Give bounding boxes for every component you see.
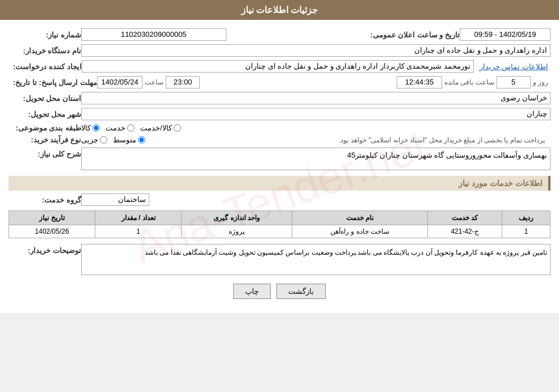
creator-value: نورمحمد شیرمحمدی کاربرداز اداره راهداری … [82,60,474,73]
remaining-label: ساعت باقی مانده [444,78,494,86]
service-group-label: گروه خدمت: [13,196,81,204]
buyer-org-value: اداره راهداری و حمل و نقل جاده ای چناران [81,44,550,57]
category-option-both[interactable]: کالا/خدمت [140,124,181,132]
back-button[interactable]: بازگشت [276,284,326,299]
services-section-title: اطلاعات خدمات مورد نیاز [9,176,550,191]
col-header-code: کد خدمت [428,211,502,225]
deadline-days: 5 [497,76,531,88]
province-label: استان محل تحویل: [13,94,81,103]
need-number-value: 1102030209000005 [81,28,226,41]
category-option-goods[interactable]: کالا [81,124,100,132]
remaining-time: 12:44:35 [397,76,442,88]
city-value: چناران [81,108,550,120]
category-label: طبقه بندی موضوعی: [13,124,81,132]
category-radio-group: کالا خدمت کالا/خدمت [81,124,181,132]
process-radio-group: جزیی متوسط [81,136,145,144]
col-header-row: ردیف [502,211,550,225]
buyer-notes-value: تامین قیر پروژه به عهده کارفرما وتحویل آ… [81,244,550,275]
creator-contact-link[interactable]: اطلاعات تماس خریدار [480,62,548,71]
province-value: خراسان رضوی [81,92,550,104]
buyer-notes-label: توضیحات خریدار: [13,246,81,255]
col-header-qty: تعداد / مقدار [95,211,182,225]
process-label: نوع فرآیند خرید: [13,136,81,144]
page-header: جزئیات اطلاعات نیاز [0,0,559,20]
col-header-name: نام خدمت [292,211,428,225]
deadline-time: 23:00 [166,76,200,88]
deadline-days-label: روز و [533,78,548,86]
need-number-label: شماره نیاز: [13,31,81,39]
process-option-medium[interactable]: متوسط [113,136,145,144]
process-option-small[interactable]: جزیی [81,136,107,144]
service-group-value: ساختمان [81,193,149,206]
print-button[interactable]: چاپ [233,284,271,299]
creator-label: ایجاد کننده درخواست: [13,62,82,71]
announce-date-value: 1402/05/19 - 09:59 [460,28,550,41]
buyer-org-label: نام دستگاه خریدار: [13,47,81,55]
services-table: ردیف کد خدمت نام خدمت واحد اندازه گیری ت… [9,210,550,238]
category-option-service[interactable]: خدمت [106,124,135,132]
need-description-value: بهسازی وآسفالت محوروروستایی گاه شهرستان … [81,147,550,170]
deadline-date: 1402/05/24 [97,76,142,88]
deadline-label: مهلت ارسال پاسخ: تا تاریخ: [13,78,97,87]
need-description-label: شرح کلی نیاز: [13,150,81,158]
announce-date-label: تاریخ و ساعت اعلان عمومی: [369,31,460,39]
deadline-time-label: ساعت [145,78,163,86]
action-buttons: بازگشت چاپ [9,284,550,299]
col-header-unit: واحد اندازه گیری [182,211,292,225]
table-row: 1ج-42-421ساخت جاده و راه‌آهنپروژه11402/0… [9,225,550,238]
process-notice: پرداخت تمام یا بخشی از مبلغ خریداز محل "… [145,136,545,144]
city-label: شهر محل تحویل: [13,110,81,119]
col-header-date: تاریخ نیاز [9,211,95,225]
